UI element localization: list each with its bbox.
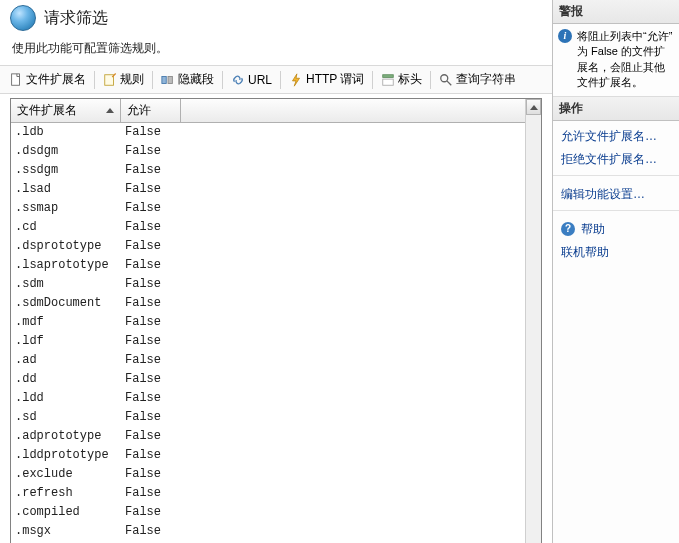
extensions-table: 文件扩展名 允许 .ldbFalse.dsdgmFalse.ssdgmFalse… bbox=[10, 98, 542, 543]
action-deny-extension[interactable]: 拒绝文件扩展名… bbox=[553, 148, 679, 171]
table-row[interactable]: .ssmapFalse bbox=[11, 199, 541, 218]
cell-allow: False bbox=[121, 257, 181, 274]
actions-separator bbox=[553, 210, 679, 218]
cell-extension: .adprototype bbox=[11, 428, 121, 445]
help-icon: ? bbox=[561, 222, 575, 236]
page-title: 请求筛选 bbox=[44, 8, 108, 29]
scrollbar-track[interactable] bbox=[526, 115, 541, 543]
table-row[interactable]: .adFalse bbox=[11, 351, 541, 370]
cell-allow: False bbox=[121, 200, 181, 217]
cell-allow: False bbox=[121, 523, 181, 540]
tabs-toolbar: 文件扩展名 规则 隐藏段 URL HTTP 谓词 bbox=[0, 65, 552, 94]
cell-allow: False bbox=[121, 314, 181, 331]
svg-rect-5 bbox=[383, 79, 394, 85]
globe-icon bbox=[10, 5, 36, 31]
cell-allow: False bbox=[121, 390, 181, 407]
magnifier-icon bbox=[439, 73, 453, 87]
table-row[interactable]: .ddFalse bbox=[11, 370, 541, 389]
table-row[interactable]: .ldbFalse bbox=[11, 123, 541, 142]
cell-allow: False bbox=[121, 143, 181, 160]
cell-allow: False bbox=[121, 504, 181, 521]
table-row[interactable]: .sdmFalse bbox=[11, 275, 541, 294]
cell-extension: .lsad bbox=[11, 181, 121, 198]
toolbar-separator bbox=[280, 71, 281, 89]
table-row[interactable]: .lsaprototypeFalse bbox=[11, 256, 541, 275]
page-header: 请求筛选 bbox=[0, 0, 552, 36]
vertical-scrollbar[interactable] bbox=[525, 99, 541, 543]
cell-extension: .dsprototype bbox=[11, 238, 121, 255]
table-row[interactable]: .adprototypeFalse bbox=[11, 427, 541, 446]
toolbar-separator bbox=[222, 71, 223, 89]
cell-allow: False bbox=[121, 447, 181, 464]
toolbar-separator bbox=[152, 71, 153, 89]
cell-extension: .sd bbox=[11, 409, 121, 426]
cell-allow: False bbox=[121, 162, 181, 179]
table-row[interactable]: .lsadFalse bbox=[11, 180, 541, 199]
action-help[interactable]: ? 帮助 bbox=[553, 218, 679, 241]
pencil-paper-icon bbox=[103, 73, 117, 87]
table-header: 文件扩展名 允许 bbox=[11, 99, 541, 123]
tab-file-extension[interactable]: 文件扩展名 bbox=[4, 68, 91, 91]
table-row[interactable]: .sdFalse bbox=[11, 408, 541, 427]
svg-rect-3 bbox=[168, 76, 172, 83]
table-row[interactable]: .mdfFalse bbox=[11, 313, 541, 332]
cell-extension: .ssmap bbox=[11, 200, 121, 217]
page-subtitle: 使用此功能可配置筛选规则。 bbox=[0, 36, 552, 65]
link-icon bbox=[231, 73, 245, 87]
table-row[interactable]: .cdFalse bbox=[11, 218, 541, 237]
actions-separator bbox=[553, 175, 679, 183]
table-row[interactable]: .dsprototypeFalse bbox=[11, 237, 541, 256]
table-row[interactable]: .ldfFalse bbox=[11, 332, 541, 351]
tab-headers[interactable]: 标头 bbox=[376, 68, 427, 91]
cell-extension: .mdf bbox=[11, 314, 121, 331]
column-header-allow[interactable]: 允许 bbox=[121, 99, 181, 122]
cell-allow: False bbox=[121, 124, 181, 141]
cell-extension: .compiled bbox=[11, 504, 121, 521]
table-body[interactable]: .ldbFalse.dsdgmFalse.ssdgmFalse.lsadFals… bbox=[11, 123, 541, 543]
cell-allow: False bbox=[121, 181, 181, 198]
toolbar-separator bbox=[372, 71, 373, 89]
action-online-help[interactable]: 联机帮助 bbox=[553, 241, 679, 264]
cell-allow: False bbox=[121, 295, 181, 312]
alerts-header: 警报 bbox=[553, 0, 679, 24]
table-row[interactable]: .msgxFalse bbox=[11, 522, 541, 541]
svg-rect-0 bbox=[12, 73, 20, 84]
table-row[interactable]: .sdmDocumentFalse bbox=[11, 294, 541, 313]
table-row[interactable]: .lddFalse bbox=[11, 389, 541, 408]
cell-extension: .ssdgm bbox=[11, 162, 121, 179]
table-row[interactable]: .ssdgmFalse bbox=[11, 161, 541, 180]
table-row[interactable]: .dsdgmFalse bbox=[11, 142, 541, 161]
toolbar-separator bbox=[94, 71, 95, 89]
tab-url[interactable]: URL bbox=[226, 70, 277, 90]
column-header-spacer bbox=[181, 99, 525, 122]
action-edit-feature-settings[interactable]: 编辑功能设置… bbox=[553, 183, 679, 206]
column-header-extension[interactable]: 文件扩展名 bbox=[11, 99, 121, 122]
blocks-icon bbox=[161, 73, 175, 87]
scroll-up-button[interactable] bbox=[526, 99, 541, 115]
table-row[interactable]: .compiledFalse bbox=[11, 503, 541, 522]
tab-hidden-segments[interactable]: 隐藏段 bbox=[156, 68, 219, 91]
table-row[interactable]: .lddprototypeFalse bbox=[11, 446, 541, 465]
svg-rect-2 bbox=[162, 76, 166, 83]
tab-http-verbs[interactable]: HTTP 谓词 bbox=[284, 68, 369, 91]
cell-extension: .refresh bbox=[11, 485, 121, 502]
cell-allow: False bbox=[121, 238, 181, 255]
cell-extension: .ad bbox=[11, 352, 121, 369]
cell-allow: False bbox=[121, 485, 181, 502]
cell-extension: .cd bbox=[11, 219, 121, 236]
cell-extension: .sdm bbox=[11, 276, 121, 293]
actions-header: 操作 bbox=[553, 97, 679, 121]
cell-extension: .msgx bbox=[11, 523, 121, 540]
tab-query-string[interactable]: 查询字符串 bbox=[434, 68, 521, 91]
cell-extension: .exclude bbox=[11, 466, 121, 483]
action-allow-extension[interactable]: 允许文件扩展名… bbox=[553, 125, 679, 148]
svg-point-6 bbox=[441, 74, 448, 81]
arrow-up-icon bbox=[530, 105, 538, 110]
cell-allow: False bbox=[121, 371, 181, 388]
tab-rules[interactable]: 规则 bbox=[98, 68, 149, 91]
cell-extension: .lsaprototype bbox=[11, 257, 121, 274]
cell-allow: False bbox=[121, 352, 181, 369]
table-row[interactable]: .excludeFalse bbox=[11, 465, 541, 484]
table-row[interactable]: .refreshFalse bbox=[11, 484, 541, 503]
alert-text: 将阻止列表中“允许”为 False 的文件扩展名，会阻止其他文件扩展名。 bbox=[577, 29, 674, 91]
